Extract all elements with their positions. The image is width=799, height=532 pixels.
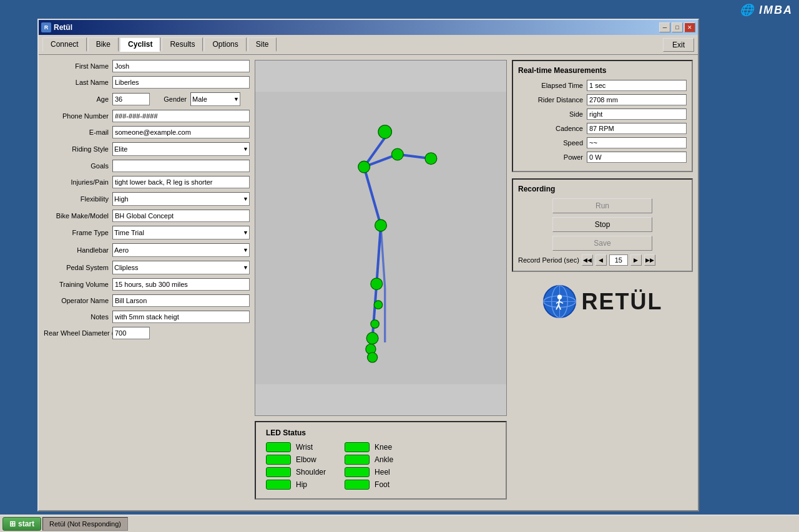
- minimize-button[interactable]: ─: [659, 22, 670, 32]
- flexibility-row: Flexibility High Medium Low ▼: [44, 192, 250, 206]
- flexibility-select[interactable]: High Medium Low: [112, 192, 250, 206]
- age-gender-row: Age Gender Male Female ▼: [44, 92, 250, 106]
- save-button[interactable]: Save: [552, 236, 652, 251]
- ankle-led: [345, 455, 370, 465]
- elbow-led: [266, 455, 291, 465]
- knee-label: Knee: [375, 443, 392, 452]
- rider-distance-value: 2708 mm: [587, 94, 687, 105]
- period-value-input[interactable]: [609, 254, 628, 266]
- rider-distance-row: Rider Distance 2708 mm: [518, 94, 687, 105]
- pedal-system-select-wrapper: Clipless Platform ▼: [112, 261, 250, 274]
- cadence-row: Cadence 87 RPM: [518, 123, 687, 134]
- led-status-box: LED Status Wrist Elbow: [255, 421, 507, 500]
- shoulder-led: [266, 467, 291, 477]
- gender-select-wrapper: Male Female ▼: [190, 92, 240, 106]
- power-label: Power: [518, 153, 587, 161]
- injuries-input[interactable]: [112, 176, 250, 188]
- rear-wheel-input[interactable]: [112, 327, 150, 339]
- svg-point-15: [366, 332, 378, 344]
- led-column-right: Knee Ankle Heel: [345, 442, 393, 492]
- led-ankle: Ankle: [345, 455, 393, 465]
- retul-globe-icon: [542, 284, 577, 319]
- last-name-input[interactable]: [112, 76, 250, 89]
- measurements-title: Real-time Measurements: [518, 66, 687, 75]
- first-name-row: First Name: [44, 60, 250, 72]
- elapsed-time-label: Elapsed Time: [518, 82, 587, 89]
- flexibility-select-wrapper: High Medium Low ▼: [112, 192, 250, 206]
- knee-led: [345, 442, 370, 452]
- power-value: 0 W: [587, 152, 687, 163]
- close-button[interactable]: ✕: [684, 22, 695, 32]
- exit-button[interactable]: Exit: [663, 38, 694, 52]
- riding-style-row: Riding Style Elite Recreational ▼: [44, 142, 250, 156]
- age-label: Age: [44, 95, 112, 103]
- retul-text: RETÜL: [582, 289, 663, 315]
- hip-led: [266, 480, 291, 490]
- maximize-button[interactable]: □: [672, 22, 683, 32]
- first-name-input[interactable]: [112, 60, 250, 72]
- taskbar-retul-item[interactable]: Retül (Not Responding): [42, 517, 128, 531]
- age-input[interactable]: [112, 93, 150, 105]
- phone-label: Phone Number: [44, 112, 112, 120]
- svg-point-18: [371, 320, 379, 328]
- injuries-row: Injuries/Pain: [44, 176, 250, 188]
- heel-led: [345, 467, 370, 477]
- email-label: E-mail: [44, 128, 112, 136]
- period-next-button[interactable]: ▶: [630, 254, 642, 266]
- led-knee: Knee: [345, 442, 393, 452]
- handlebar-select[interactable]: Aero Drop Flat: [112, 243, 250, 257]
- email-row: E-mail: [44, 126, 250, 138]
- start-button[interactable]: ⊞ start: [2, 517, 41, 531]
- injuries-label: Injuries/Pain: [44, 178, 112, 186]
- frame-type-select[interactable]: Time Trial Road Mountain: [112, 226, 250, 239]
- tab-bike[interactable]: Bike: [88, 37, 119, 52]
- pedal-system-label: Pedal System: [44, 264, 112, 271]
- training-volume-label: Training Volume: [44, 281, 112, 288]
- last-name-label: Last Name: [44, 79, 112, 86]
- phone-input[interactable]: [112, 110, 250, 122]
- recording-title: Recording: [518, 185, 687, 193]
- app-icon: R: [41, 22, 51, 32]
- period-first-button[interactable]: ◀◀: [582, 254, 593, 266]
- elapsed-time-row: Elapsed Time 1 sec: [518, 80, 687, 91]
- stop-button[interactable]: Stop: [552, 217, 652, 232]
- svg-point-19: [374, 301, 382, 309]
- main-window: R Retül ─ □ ✕ Connect Bike Cyclist Resul…: [37, 19, 699, 511]
- hip-label: Hip: [296, 480, 307, 489]
- power-row: Power 0 W: [518, 152, 687, 163]
- side-row: Side right: [518, 109, 687, 120]
- tab-options[interactable]: Options: [204, 37, 246, 52]
- training-volume-input[interactable]: [112, 278, 250, 291]
- run-button[interactable]: Run: [552, 198, 652, 213]
- tab-results[interactable]: Results: [162, 37, 203, 52]
- operator-input[interactable]: [112, 294, 250, 307]
- right-panel: Real-time Measurements Elapsed Time 1 se…: [512, 60, 693, 500]
- period-last-button[interactable]: ▶▶: [644, 254, 655, 266]
- period-prev-button[interactable]: ◀: [596, 254, 607, 266]
- tab-connect[interactable]: Connect: [42, 37, 87, 52]
- svg-point-10: [358, 161, 370, 173]
- svg-point-11: [391, 148, 403, 160]
- first-name-label: First Name: [44, 62, 112, 70]
- cadence-label: Cadence: [518, 125, 587, 132]
- frame-type-label: Frame Type: [44, 229, 112, 236]
- gender-select[interactable]: Male Female: [190, 92, 240, 106]
- content-area: First Name Last Name Age Gender Male F: [39, 55, 698, 505]
- svg-point-17: [368, 352, 378, 362]
- riding-style-select[interactable]: Elite Recreational: [112, 142, 250, 156]
- email-input[interactable]: [112, 126, 250, 138]
- notes-input[interactable]: [112, 311, 250, 323]
- foot-led: [345, 480, 370, 490]
- goals-row: Goals: [44, 160, 250, 172]
- speed-value: ~~: [587, 137, 687, 148]
- elbow-label: Elbow: [296, 455, 316, 464]
- heel-label: Heel: [375, 468, 390, 476]
- bike-make-input[interactable]: [112, 210, 250, 222]
- goals-input[interactable]: [112, 160, 250, 172]
- windows-icon: ⊞: [9, 520, 16, 528]
- pedal-system-select[interactable]: Clipless Platform: [112, 261, 250, 274]
- tab-cyclist[interactable]: Cyclist: [120, 37, 160, 52]
- desktop: 🌐 IMBA R Retül ─ □ ✕ Connect Bike Cyclis…: [0, 0, 799, 532]
- tab-site[interactable]: Site: [248, 37, 277, 52]
- svg-point-12: [425, 153, 437, 165]
